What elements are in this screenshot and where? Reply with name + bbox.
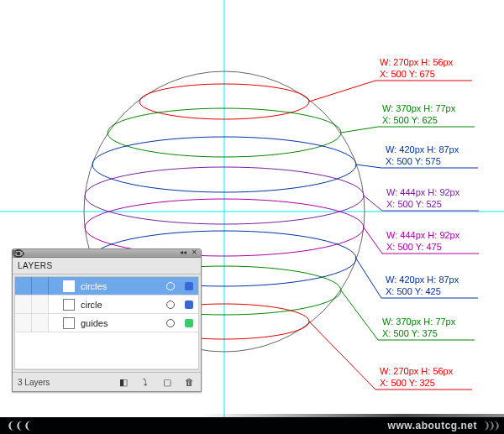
layer-row-circles[interactable]: circles xyxy=(15,277,198,295)
annotation-pos: X: 500 Y: 575 xyxy=(386,156,459,168)
layer-name[interactable]: guides xyxy=(77,318,161,328)
lock-toggle[interactable] xyxy=(32,314,49,332)
annotation-dims: W: 420px H: 87px xyxy=(386,144,459,154)
target-icon[interactable] xyxy=(161,282,180,290)
watermark-url: www.aboutcg.net xyxy=(388,420,477,431)
panel-titlebar[interactable]: ◂◂ ✕ xyxy=(13,249,201,258)
annotation-5: W: 420px H: 87pxX: 500 Y: 425 xyxy=(386,275,459,298)
target-icon[interactable] xyxy=(161,319,180,327)
color-chip xyxy=(180,319,198,327)
annotation-0: W: 270px H: 56pxX: 500 Y: 675 xyxy=(380,57,453,81)
panel-collapse-icon[interactable]: ◂◂ xyxy=(178,250,187,256)
leader-5 xyxy=(356,259,381,298)
thumbnail xyxy=(60,280,77,292)
leader-2 xyxy=(356,165,381,168)
svg-marker-8 xyxy=(13,249,18,256)
lock-toggle[interactable] xyxy=(32,295,49,313)
new-sublayer-button[interactable]: ⤵ xyxy=(139,376,152,388)
visibility-toggle[interactable] xyxy=(15,277,32,295)
annotation-pos: X: 500 Y: 375 xyxy=(382,328,455,340)
annotation-7: W: 270px H: 56pxX: 500 Y: 325 xyxy=(380,366,453,390)
annotation-1: W: 370px H: 77pxX: 500 Y: 625 xyxy=(382,103,455,127)
color-chip xyxy=(180,301,198,309)
annotation-pos: X: 500 Y: 675 xyxy=(380,69,453,81)
leader-7 xyxy=(309,322,375,390)
visibility-toggle[interactable] xyxy=(15,295,32,313)
lock-toggle[interactable] xyxy=(32,277,49,295)
layer-row-circle[interactable]: circle xyxy=(15,295,198,314)
layer-name[interactable]: circles xyxy=(77,281,161,291)
make-clipping-mask-button[interactable]: ◧ xyxy=(117,376,130,388)
visibility-toggle[interactable] xyxy=(15,314,32,332)
color-chip xyxy=(180,282,198,290)
layer-list: circlescircleguides xyxy=(14,276,199,370)
annotation-dims: W: 370px H: 77px xyxy=(382,103,455,113)
panel-footer: 3 Layers ◧ ⤵ ▢ 🗑 xyxy=(13,372,201,391)
annotation-pos: X: 500 Y: 625 xyxy=(382,115,455,127)
layers-panel: ◂◂ ✕ LAYERS circlescircleguides 3 Layers… xyxy=(12,248,202,392)
annotation-dims: W: 270px H: 56px xyxy=(380,366,453,376)
annotation-dims: W: 444px H: 92px xyxy=(386,230,459,240)
watermark-bar: ❨❨❨ www.aboutcg.net ❩❩❩ xyxy=(0,417,504,434)
leader-1 xyxy=(341,127,378,133)
annotation-6: W: 370px H: 77pxX: 500 Y: 375 xyxy=(382,316,455,340)
layer-name[interactable]: circle xyxy=(77,300,161,310)
delete-layer-button[interactable]: 🗑 xyxy=(182,376,196,388)
panel-title: LAYERS xyxy=(13,258,201,275)
annotation-pos: X: 500 Y: 475 xyxy=(386,242,459,254)
annotation-dims: W: 420px H: 87px xyxy=(386,275,459,285)
new-layer-button[interactable]: ▢ xyxy=(160,376,174,388)
annotation-2: W: 420px H: 87pxX: 500 Y: 575 xyxy=(386,144,459,168)
annotation-pos: X: 500 Y: 525 xyxy=(386,199,459,211)
annotation-dims: W: 370px H: 77px xyxy=(382,316,455,327)
layer-count-label: 3 Layers xyxy=(18,378,50,387)
layer-row-guides[interactable]: guides xyxy=(15,314,198,332)
annotation-dims: W: 444px H: 92px xyxy=(386,187,459,197)
annotation-pos: X: 500 Y: 325 xyxy=(380,378,453,390)
annotation-pos: X: 500 Y: 425 xyxy=(386,286,459,298)
annotation-3: W: 444px H: 92pxX: 500 Y: 525 xyxy=(386,187,459,211)
leader-0 xyxy=(309,81,375,102)
annotation-4: W: 444px H: 92pxX: 500 Y: 475 xyxy=(386,230,459,254)
panel-close-icon[interactable]: ✕ xyxy=(190,250,199,256)
thumbnail xyxy=(60,317,77,329)
leader-3 xyxy=(364,196,382,211)
annotation-dims: W: 270px H: 56px xyxy=(380,57,453,67)
thumbnail xyxy=(60,299,77,311)
leader-4 xyxy=(364,227,382,254)
target-icon[interactable] xyxy=(161,301,180,309)
leader-6 xyxy=(341,290,378,340)
